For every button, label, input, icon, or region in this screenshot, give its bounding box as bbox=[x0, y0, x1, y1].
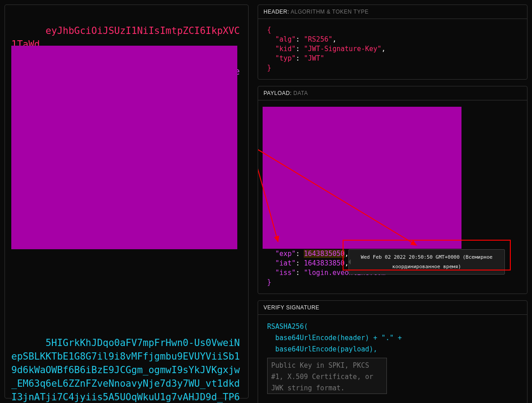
tooltip-text: Wed Feb 02 2022 20:50:50 GMT+0000 (Всеми… bbox=[361, 254, 492, 270]
decoded-payload-section: PAYLOAD: DATA "exp": 1643835050, "iat": … bbox=[258, 86, 527, 294]
header-json-body[interactable]: { "alg": "RS256", "kid": "JWT-Signature-… bbox=[258, 19, 527, 79]
verify-section-title: VERIFY SIGNATURE bbox=[258, 301, 527, 315]
header-label: HEADER: bbox=[264, 9, 289, 15]
header-section-title: HEADER: ALGORITHM & TOKEN TYPE bbox=[258, 5, 527, 19]
encoded-token-panel[interactable]: eyJhbGciOiJSUzI1NiIsImtpZCI6IkpXVC1TaWd … bbox=[5, 5, 249, 398]
payload-section-title: PAYLOAD: DATA bbox=[258, 86, 527, 100]
redaction-overlay-payload bbox=[263, 107, 461, 249]
redaction-overlay-left bbox=[11, 46, 237, 249]
iat-value[interactable]: 1643833850 bbox=[304, 259, 344, 267]
verify-body: RSASHA256( base64UrlEncode(header) + "."… bbox=[258, 315, 527, 403]
decoded-header-section: HEADER: ALGORITHM & TOKEN TYPE { "alg": … bbox=[258, 5, 527, 80]
verify-line-2: base64UrlEncode(header) + "." + bbox=[275, 334, 402, 342]
token-signature-part: 5HIGrkKhJDqo0aFV7mpFrHwn0-Us0VweiNepSBLK… bbox=[11, 337, 240, 403]
verify-label: VERIFY SIGNATURE bbox=[264, 304, 320, 311]
payload-sublabel: DATA bbox=[293, 90, 308, 96]
public-key-textarea[interactable] bbox=[267, 358, 387, 394]
timestamp-tooltip: Wed Feb 02 2022 20:50:50 GMT+0000 (Всеми… bbox=[348, 249, 505, 275]
verify-line-1: RSASHA256( bbox=[267, 322, 308, 331]
verify-line-3: base64UrlEncode(payload), bbox=[275, 345, 377, 353]
verify-signature-section: VERIFY SIGNATURE RSASHA256( base64UrlEnc… bbox=[258, 300, 527, 403]
payload-label: PAYLOAD: bbox=[264, 90, 292, 96]
exp-value[interactable]: 1643835050 bbox=[304, 250, 344, 258]
header-sublabel: ALGORITHM & TOKEN TYPE bbox=[291, 9, 368, 15]
payload-json-body[interactable]: "exp": 1643835050, "iat": 1643833850, "i… bbox=[258, 100, 527, 294]
